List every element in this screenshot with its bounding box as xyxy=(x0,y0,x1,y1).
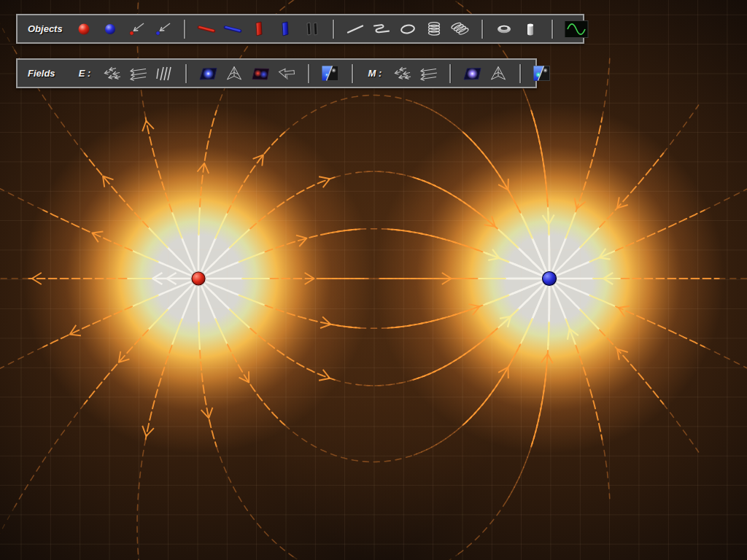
straight-wire-button[interactable] xyxy=(343,17,368,42)
wire-loop-button[interactable] xyxy=(395,17,420,42)
tilted-coil-button[interactable] xyxy=(448,17,473,42)
toolbar-separator xyxy=(333,20,334,39)
m-field-arrow-button[interactable] xyxy=(486,61,511,86)
e-field-arrow-icon xyxy=(224,65,244,82)
toolbar-separator xyxy=(308,64,309,83)
e-vector-field-grid-icon xyxy=(128,65,148,82)
e-field-label: E : xyxy=(71,68,98,79)
m-vector-field-random-button[interactable] xyxy=(390,61,414,86)
tilted-coil-icon xyxy=(450,20,471,38)
e-flat-arrow-button[interactable] xyxy=(274,61,299,86)
point-charge-negative-button[interactable] xyxy=(98,17,123,42)
capacitor-plates-button[interactable] xyxy=(299,17,324,42)
signal-generator-icon xyxy=(564,20,589,39)
e-field-dlic-button[interactable] xyxy=(196,61,220,86)
charged-plate-negative-button[interactable] xyxy=(273,17,298,42)
ring-magnet-icon xyxy=(494,20,514,38)
objects-toolbar-label: Objects xyxy=(18,23,71,34)
point-charge-positive-button[interactable] xyxy=(71,17,96,42)
objects-toolbar-items xyxy=(71,17,583,42)
toolbar-separator xyxy=(449,64,451,83)
m-dlic-movie-icon xyxy=(532,65,552,82)
negative-charge[interactable] xyxy=(543,272,557,286)
capacitor-plates-icon xyxy=(301,20,322,38)
signal-generator-button[interactable] xyxy=(562,17,591,42)
e-field-arrow-button[interactable] xyxy=(222,61,247,86)
m-field-arrow-icon xyxy=(488,65,508,82)
toolbar-separator xyxy=(551,20,553,39)
m-vector-field-grid-icon xyxy=(418,65,438,82)
e-field-dlic-icon xyxy=(198,65,218,82)
e-potential-surface-icon xyxy=(250,65,271,82)
e-field-lines-button[interactable] xyxy=(152,61,177,86)
objects-toolbar: Objects xyxy=(16,14,584,44)
e-vector-field-grid-button[interactable] xyxy=(125,61,150,86)
charged-plate-positive-button[interactable] xyxy=(247,17,271,42)
m-dlic-movie-button[interactable] xyxy=(530,61,554,86)
e-dlic-movie-icon xyxy=(320,65,341,82)
tealsim-window: Objects Fields E :M : xyxy=(0,0,747,560)
fields-toolbar-label: Fields xyxy=(18,68,71,79)
e-vector-field-random-icon xyxy=(101,65,122,82)
line-charge-negative-button[interactable] xyxy=(220,17,245,42)
positive-charge[interactable] xyxy=(192,272,205,285)
toolbar-separator xyxy=(519,64,521,83)
point-charge-negative-icon xyxy=(100,20,120,38)
fields-toolbar-items: E :M : xyxy=(71,61,535,86)
m-field-label: M : xyxy=(362,68,388,79)
moving-charge-negative-icon xyxy=(152,20,173,38)
wire-loop-icon xyxy=(398,20,418,38)
charged-plate-positive-icon xyxy=(249,20,269,38)
cylinder-magnet-icon xyxy=(520,20,541,38)
field-line-segment xyxy=(356,229,387,230)
cylinder-magnet-button[interactable] xyxy=(518,17,543,42)
m-vector-field-grid-button[interactable] xyxy=(416,61,441,86)
charged-plate-negative-icon xyxy=(275,20,295,38)
m-field-dlic-icon xyxy=(462,65,482,82)
m-field-dlic-button[interactable] xyxy=(460,61,484,86)
bent-wire-button[interactable] xyxy=(369,17,394,42)
solenoid-coil-icon xyxy=(424,20,444,38)
moving-charge-positive-icon xyxy=(126,20,147,38)
line-charge-negative-icon xyxy=(222,20,243,38)
straight-wire-icon xyxy=(345,20,365,38)
field-line-segment xyxy=(356,327,387,328)
toolbar-separator xyxy=(481,20,483,39)
moving-charge-negative-button[interactable] xyxy=(150,17,175,42)
m-vector-field-random-icon xyxy=(392,65,412,82)
point-charge-positive-icon xyxy=(74,20,94,38)
solenoid-coil-button[interactable] xyxy=(422,17,446,42)
e-dlic-movie-button[interactable] xyxy=(318,61,343,86)
e-flat-arrow-icon xyxy=(276,65,297,82)
ring-magnet-button[interactable] xyxy=(492,17,516,42)
fields-toolbar: Fields E :M : xyxy=(16,58,537,88)
e-vector-field-random-button[interactable] xyxy=(99,61,124,86)
e-field-lines-icon xyxy=(154,65,174,82)
moving-charge-positive-button[interactable] xyxy=(124,17,149,42)
e-potential-surface-button[interactable] xyxy=(248,61,273,86)
toolbar-separator xyxy=(185,64,187,83)
toolbar-separator xyxy=(184,20,185,39)
line-charge-positive-icon xyxy=(196,20,217,38)
bent-wire-icon xyxy=(371,20,392,38)
line-charge-positive-button[interactable] xyxy=(194,17,219,42)
toolbar-separator xyxy=(352,64,353,83)
